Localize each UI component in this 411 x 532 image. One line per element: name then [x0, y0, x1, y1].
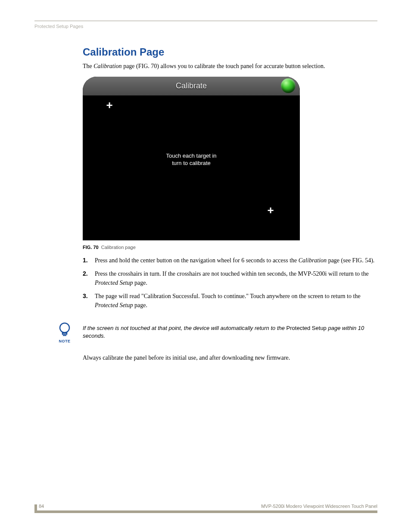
figure-caption-label: FIG. 70: [83, 245, 99, 250]
intro-paragraph: The Calibration page (FIG. 70) allows yo…: [83, 62, 377, 71]
note-text-pre: If the screen is not touched at that poi…: [83, 325, 286, 331]
intro-em: Calibration: [93, 63, 121, 69]
step-text-post: page.: [133, 302, 147, 308]
footer-rule: [34, 510, 377, 513]
step-text-pre: Press and hold the center button on the …: [95, 257, 299, 264]
steps-list: Press and hold the center button on the …: [83, 256, 377, 310]
lightbulb-icon: [57, 322, 72, 338]
step-text-post: page (see FIG. 54).: [327, 257, 374, 264]
note-text-upright: Protected Setup: [286, 325, 327, 331]
step-text-em: Protected Setup: [95, 302, 133, 308]
intro-pre: The: [83, 63, 93, 69]
step-item: The page will read "Calibration Successf…: [83, 292, 377, 310]
figure-header-title: Calibrate: [176, 81, 207, 90]
step-item: Press the crosshairs in turn. If the cro…: [83, 269, 377, 287]
crosshair-icon: +: [105, 101, 114, 109]
page-number: 84: [39, 504, 44, 509]
step-text-em: Protected Setup: [95, 280, 133, 286]
intro-post: page (FIG. 70) allows you to calibrate t…: [122, 63, 325, 69]
note-text: If the screen is not touched at that poi…: [83, 322, 377, 340]
page-footer: 84 MVP-5200i Modero Viewpoint Widescreen…: [34, 504, 377, 513]
step-item: Press and hold the center button on the …: [83, 256, 377, 265]
figure-header-bar: Calibrate: [83, 77, 300, 96]
step-text-pre: Press the crosshairs in turn. If the cro…: [95, 271, 369, 277]
crosshair-icon: +: [266, 206, 275, 215]
note-icon-container: NOTE: [56, 322, 73, 343]
section-heading: Calibration Page: [83, 46, 377, 58]
figure-message-line1: Touch each target in: [166, 152, 216, 159]
figure-calibrate-screen: Calibrate + + Touch each target in turn …: [83, 77, 300, 240]
step-text-em: Calibration: [299, 257, 327, 264]
step-text-pre: The page will read "Calibration Successf…: [95, 293, 361, 299]
step-text-post: page.: [133, 280, 147, 286]
closing-paragraph: Always calibrate the panel before its in…: [83, 355, 377, 361]
running-head: Protected Setup Pages: [34, 24, 377, 29]
doc-title: MVP-5200i Modero Viewpoint Widescreen To…: [261, 504, 377, 509]
figure-message-line2: turn to calibrate: [172, 160, 211, 166]
figure-caption-text: Calibration page: [101, 245, 136, 250]
svg-point-0: [60, 323, 69, 333]
figure-caption: FIG. 70Calibration page: [83, 245, 300, 250]
note-block: NOTE If the screen is not touched at tha…: [56, 322, 377, 343]
status-led-icon: [281, 78, 296, 93]
note-label: NOTE: [56, 339, 73, 343]
figure-message: Touch each target in turn to calibrate: [83, 152, 300, 167]
